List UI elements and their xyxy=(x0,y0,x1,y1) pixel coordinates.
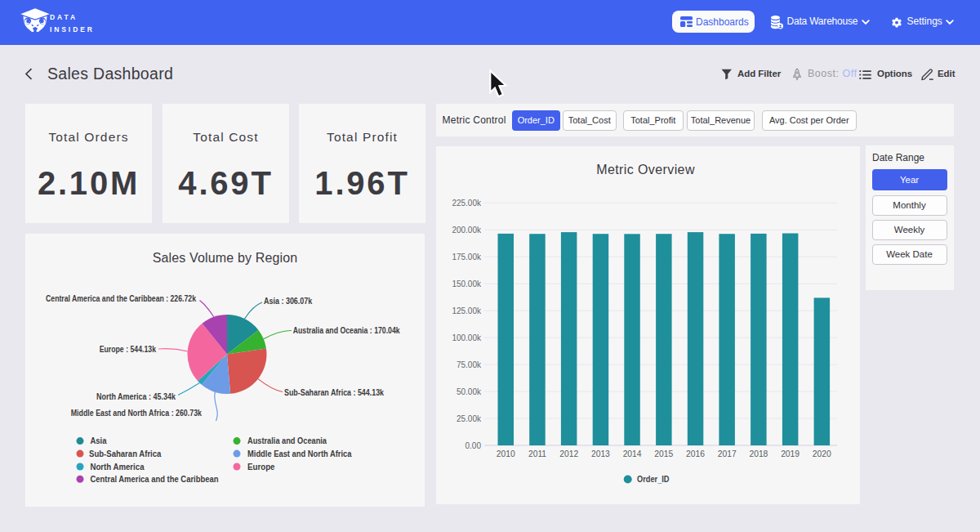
svg-text:Europe: Europe xyxy=(247,463,275,472)
svg-text:200.00k: 200.00k xyxy=(452,226,482,235)
svg-text:50.00k: 50.00k xyxy=(457,387,482,396)
svg-text:225.00k: 225.00k xyxy=(452,199,482,208)
svg-text:Middle East and North Africa :: Middle East and North Africa : 260.73k xyxy=(71,409,203,418)
svg-text:North America: North America xyxy=(91,463,145,472)
svg-text:Asia: Asia xyxy=(91,436,107,445)
svg-text:Asia : 306.07k: Asia : 306.07k xyxy=(264,297,313,306)
svg-text:2010: 2010 xyxy=(497,449,515,458)
svg-text:2013: 2013 xyxy=(591,449,610,458)
svg-text:75.00k: 75.00k xyxy=(457,360,482,369)
svg-text:100.00k: 100.00k xyxy=(452,333,482,342)
svg-text:Sub-Saharan Africa: Sub-Saharan Africa xyxy=(89,449,162,458)
svg-text:2017: 2017 xyxy=(718,449,737,458)
svg-text:2016: 2016 xyxy=(686,449,705,458)
svg-text:Europe : 544.13k: Europe : 544.13k xyxy=(100,345,157,354)
svg-text:2019: 2019 xyxy=(781,449,800,458)
svg-text:North America : 45.34k: North America : 45.34k xyxy=(96,392,176,401)
svg-text:2011: 2011 xyxy=(528,449,546,458)
svg-text:Middle East and North Africa: Middle East and North Africa xyxy=(247,449,352,458)
svg-text:125.00k: 125.00k xyxy=(452,306,482,315)
svg-text:2020: 2020 xyxy=(813,449,831,458)
svg-text:Sub-Saharan Africa : 544.13k: Sub-Saharan Africa : 544.13k xyxy=(284,388,384,397)
svg-text:175.00k: 175.00k xyxy=(452,253,482,262)
svg-text:Order_ID: Order_ID xyxy=(637,474,670,484)
svg-text:Australia and Oceania: Australia and Oceania xyxy=(247,436,327,445)
svg-text:2018: 2018 xyxy=(749,449,768,458)
svg-text:Australia and Oceania : 170.04: Australia and Oceania : 170.04k xyxy=(293,326,400,335)
svg-text:Central America and the Caribb: Central America and the Caribbean : 226.… xyxy=(46,294,196,303)
svg-text:Central America and the Caribb: Central America and the Caribbean xyxy=(91,475,219,484)
svg-text:25.00k: 25.00k xyxy=(457,414,482,423)
svg-text:2015: 2015 xyxy=(654,449,673,458)
svg-text:0.00: 0.00 xyxy=(466,441,482,450)
svg-text:150.00k: 150.00k xyxy=(452,279,482,288)
svg-text:2014: 2014 xyxy=(623,449,642,458)
svg-text:2012: 2012 xyxy=(559,449,578,458)
